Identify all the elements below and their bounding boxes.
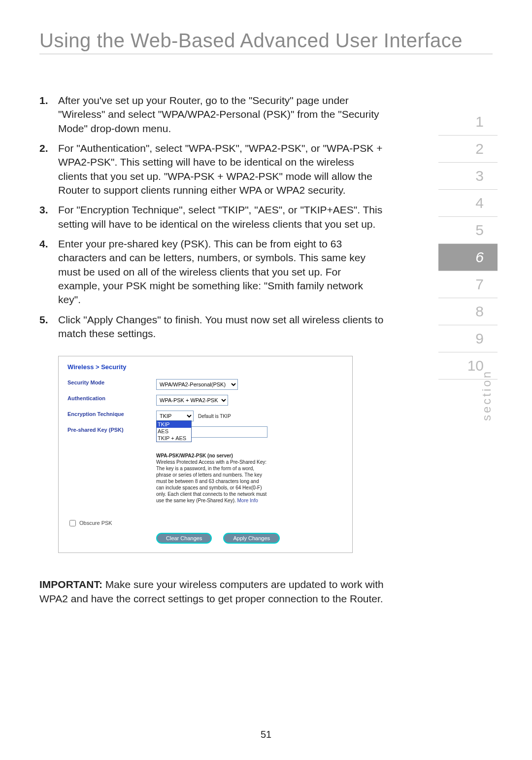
step-item: 3. For "Encryption Technique", select "T…	[39, 203, 384, 231]
psk-heading: WPA-PSK/WPA2-PSK (no server)	[156, 452, 343, 459]
page-title: Using the Web-Based Advanced User Interf…	[39, 30, 493, 54]
encryption-options-listbox[interactable]: TKIP AES TKIP + AES	[156, 420, 192, 442]
psk-description: Wireless Protected Access with a Pre-Sha…	[156, 459, 267, 504]
step-text: For "Authentication", select "WPA-PSK", …	[58, 141, 384, 197]
encryption-option[interactable]: TKIP + AES	[157, 435, 191, 442]
encryption-select[interactable]: TKIP	[156, 411, 194, 421]
step-number: 3.	[39, 203, 58, 231]
label-psk: Pre-shared Key (PSK)	[67, 426, 156, 433]
obscure-psk-label[interactable]: Obscure PSK	[67, 520, 112, 526]
step-text: Enter your pre-shared key (PSK). This ca…	[58, 237, 384, 307]
section-label: section	[480, 370, 494, 421]
section-nav-item-active[interactable]: 6	[438, 244, 498, 271]
section-nav-item[interactable]: 9	[438, 325, 498, 352]
apply-changes-button[interactable]: Apply Changes	[223, 533, 280, 544]
section-nav-item[interactable]: 2	[438, 136, 498, 163]
important-label: IMPORTANT:	[39, 579, 102, 590]
step-number: 2.	[39, 141, 58, 197]
section-nav-item[interactable]: 5	[438, 217, 498, 244]
step-text: For "Encryption Technique", select "TKIP…	[58, 203, 384, 231]
step-text: Click "Apply Changes" to finish. You mus…	[58, 313, 384, 341]
step-item: 1. After you've set up your Router, go t…	[39, 94, 384, 136]
label-security-mode: Security Mode	[67, 379, 156, 386]
step-text: After you've set up your Router, go to t…	[58, 94, 384, 136]
label-authentication: Authentication	[67, 395, 156, 402]
step-item: 5. Click "Apply Changes" to finish. You …	[39, 313, 384, 341]
page-number: 51	[0, 729, 532, 740]
more-info-link[interactable]: More Info	[237, 498, 258, 503]
security-mode-select[interactable]: WPA/WPA2-Personal(PSK)	[156, 379, 238, 390]
step-item: 2. For "Authentication", select "WPA-PSK…	[39, 141, 384, 197]
section-nav-item[interactable]: 1	[438, 108, 498, 136]
section-nav-item[interactable]: 3	[438, 163, 498, 190]
step-number: 1.	[39, 94, 58, 136]
important-note: IMPORTANT: Make sure your wireless compu…	[39, 578, 384, 606]
router-security-panel: Wireless > Security Security Mode WPA/WP…	[58, 356, 353, 553]
step-number: 5.	[39, 313, 58, 341]
breadcrumb: Wireless > Security	[67, 363, 343, 372]
clear-changes-button[interactable]: Clear Changes	[156, 533, 212, 544]
section-nav-item[interactable]: 4	[438, 190, 498, 217]
encryption-default-note: Default is TKIP	[198, 414, 231, 419]
encryption-option[interactable]: AES	[157, 428, 191, 435]
section-nav-item[interactable]: 8	[438, 298, 498, 325]
section-nav-item[interactable]: 7	[438, 271, 498, 298]
obscure-psk-checkbox[interactable]	[69, 520, 76, 526]
step-number: 4.	[39, 237, 58, 307]
encryption-option[interactable]: TKIP	[157, 421, 191, 428]
authentication-select[interactable]: WPA-PSK + WPA2-PSK	[156, 395, 228, 406]
steps-list: 1. After you've set up your Router, go t…	[39, 94, 384, 341]
label-encryption: Encryption Technique	[67, 411, 156, 417]
section-nav: 1 2 3 4 5 6 7 8 9 10 section	[438, 108, 498, 380]
step-item: 4. Enter your pre-shared key (PSK). This…	[39, 237, 384, 307]
